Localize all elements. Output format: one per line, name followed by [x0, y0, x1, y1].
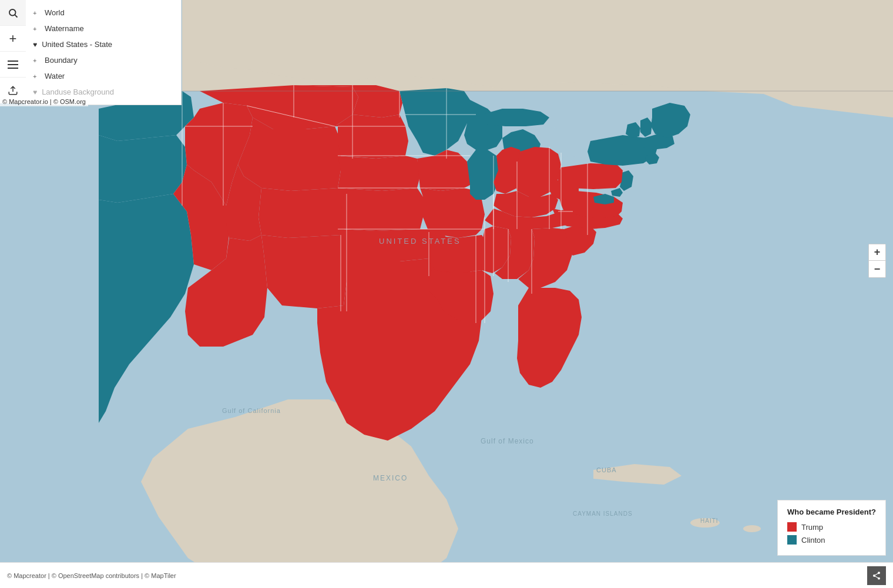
layer-world-label: World [45, 8, 65, 17]
svg-rect-37 [8, 68, 18, 69]
layer-landuse-label: Landuse Background [42, 88, 114, 96]
layer-panel: + World + Watername ♥ United States - St… [26, 0, 182, 105]
zoom-in-button[interactable]: + [869, 244, 885, 261]
svg-rect-36 [8, 64, 18, 65]
zoom-controls: + − [868, 244, 886, 278]
legend-trump-label: Trump [801, 523, 823, 532]
svg-point-4 [743, 525, 761, 532]
map-container: UNITED STATES Gulf of California Gulf of… [0, 0, 893, 588]
layer-us-state[interactable]: ♥ United States - State [26, 36, 181, 52]
plus-icon-3: + [33, 57, 40, 64]
gulf-mexico-label: Gulf of Mexico [481, 437, 534, 445]
plus-icon-4: + [33, 73, 40, 80]
legend-clinton-label: Clinton [801, 536, 825, 545]
layer-world[interactable]: + World [26, 5, 181, 21]
layer-boundary[interactable]: + Boundary [26, 52, 181, 68]
cuba-label: CUBA [596, 466, 617, 473]
legend-title: Who became President? [787, 508, 876, 516]
share-button[interactable] [867, 566, 886, 585]
mexico-label: MEXICO [373, 474, 408, 482]
plus-icon: + [33, 9, 40, 16]
layer-watername[interactable]: + Watername [26, 21, 181, 36]
layer-water-label: Water [45, 72, 65, 80]
toolbar: + [0, 0, 26, 103]
clinton-color-swatch [787, 535, 797, 545]
map-legend: Who became President? Trump Clinton [777, 500, 886, 556]
search-button[interactable] [0, 0, 26, 26]
layer-watername-label: Watername [45, 24, 84, 33]
svg-rect-35 [8, 61, 18, 62]
attribution-top: © Mapcreator.io | © OSM.org [0, 97, 88, 106]
layer-us-state-label: United States - State [42, 40, 112, 49]
heart-icon: ♥ [33, 41, 37, 49]
gulf-california-label: Gulf of California [222, 407, 281, 414]
plus-icon-2: + [33, 25, 40, 32]
svg-line-34 [15, 15, 17, 17]
add-layer-button[interactable]: + [0, 26, 26, 52]
cayman-label: CAYMAN ISLANDS [573, 510, 633, 517]
menu-button[interactable] [0, 52, 26, 78]
zoom-out-button[interactable]: − [869, 261, 885, 277]
haiti-label: HAITI [700, 518, 719, 524]
legend-item-trump: Trump [787, 522, 876, 532]
layer-boundary-label: Boundary [45, 56, 78, 65]
attribution-bottom: © Mapcreator | © OpenStreetMap contribut… [0, 562, 893, 588]
legend-item-clinton: Clinton [787, 535, 876, 545]
us-map-label: UNITED STATES [379, 237, 461, 246]
svg-point-33 [9, 9, 16, 16]
layer-water[interactable]: + Water [26, 68, 181, 84]
trump-color-swatch [787, 522, 797, 532]
heart-icon-2: ♥ [33, 88, 37, 96]
